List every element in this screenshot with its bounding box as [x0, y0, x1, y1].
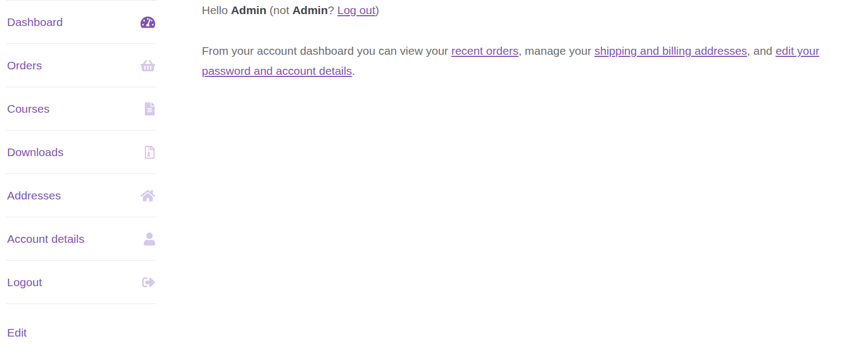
sidebar-link-orders[interactable]: Orders: [7, 60, 42, 71]
sidebar-item-dashboard[interactable]: Dashboard: [6, 1, 157, 44]
greeting-text: Hello Admin (not Admin? Log out): [202, 2, 853, 18]
user-icon: [144, 233, 155, 246]
sign-out-icon: [142, 276, 155, 289]
text-segment: .: [352, 64, 355, 77]
sidebar-link-courses[interactable]: Courses: [7, 103, 49, 114]
account-sidebar: DashboardOrdersCoursesDownloadsAddresses…: [6, 0, 157, 339]
file-text-icon: [144, 102, 155, 115]
account-nav-list: DashboardOrdersCoursesDownloadsAddresses…: [6, 0, 157, 304]
my-account-page: DashboardOrdersCoursesDownloadsAddresses…: [0, 0, 868, 339]
text-segment: Hello: [202, 4, 231, 16]
sidebar-item-downloads[interactable]: Downloads: [6, 131, 157, 174]
text-segment: From your account dashboard you can view…: [202, 44, 451, 57]
sidebar-link-downloads[interactable]: Downloads: [7, 146, 63, 158]
basket-icon: [141, 59, 155, 72]
sidebar-link-addresses[interactable]: Addresses: [7, 190, 61, 201]
dashboard-description: From your account dashboard you can view…: [202, 41, 853, 81]
file-archive-icon: [144, 146, 155, 159]
text-segment: , manage your: [519, 44, 595, 57]
recent-orders-link[interactable]: recent orders: [451, 44, 519, 57]
account-content: Hello Admin (not Admin? Log out) From yo…: [202, 0, 853, 81]
home-icon: [141, 189, 155, 202]
logout-link[interactable]: Log out: [337, 4, 375, 16]
sidebar-item-account-details[interactable]: Account details: [6, 217, 157, 261]
username: Admin: [231, 4, 266, 16]
tachometer-icon: [141, 16, 155, 29]
text-segment: ): [375, 4, 379, 16]
sidebar-link-dashboard[interactable]: Dashboard: [7, 16, 63, 28]
username-repeat: Admin: [292, 4, 328, 16]
sidebar-link-account-details[interactable]: Account details: [7, 233, 84, 244]
text-segment: (not: [266, 4, 292, 16]
account-navigation: DashboardOrdersCoursesDownloadsAddresses…: [6, 0, 157, 304]
addresses-link[interactable]: shipping and billing addresses: [595, 44, 747, 57]
sidebar-link-logout[interactable]: Logout: [7, 276, 42, 288]
sidebar-item-orders[interactable]: Orders: [6, 44, 157, 87]
sidebar-item-addresses[interactable]: Addresses: [6, 174, 157, 217]
text-segment: ?: [328, 4, 337, 16]
edit-link[interactable]: Edit: [7, 326, 27, 339]
sidebar-item-logout[interactable]: Logout: [6, 261, 157, 304]
text-segment: , and: [747, 44, 776, 57]
sidebar-item-courses[interactable]: Courses: [6, 87, 157, 131]
